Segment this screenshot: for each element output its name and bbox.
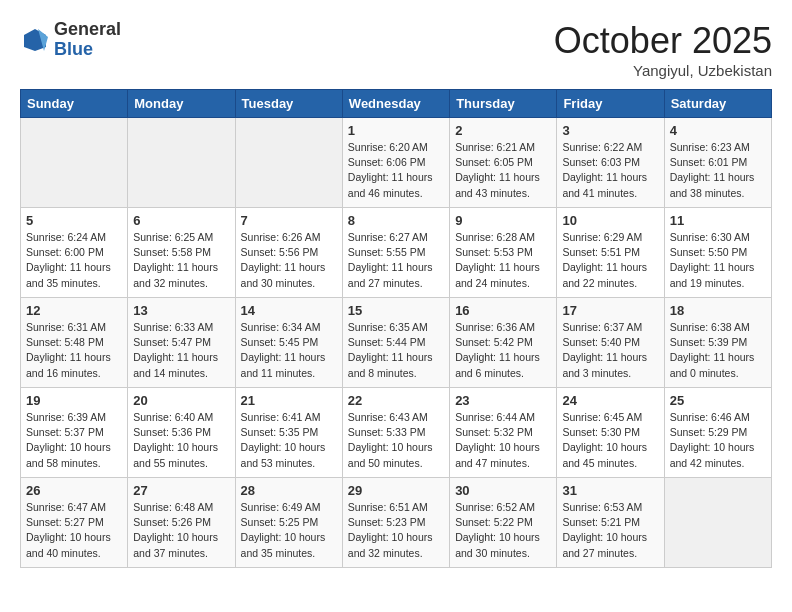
day-info: Sunrise: 6:39 AM Sunset: 5:37 PM Dayligh… [26,410,122,471]
logo-icon [20,25,50,55]
calendar-cell: 17Sunrise: 6:37 AM Sunset: 5:40 PM Dayli… [557,298,664,388]
calendar-cell [21,118,128,208]
calendar-cell: 27Sunrise: 6:48 AM Sunset: 5:26 PM Dayli… [128,478,235,568]
calendar-cell: 23Sunrise: 6:44 AM Sunset: 5:32 PM Dayli… [450,388,557,478]
calendar-cell: 1Sunrise: 6:20 AM Sunset: 6:06 PM Daylig… [342,118,449,208]
day-info: Sunrise: 6:51 AM Sunset: 5:23 PM Dayligh… [348,500,444,561]
weekday-header: Tuesday [235,90,342,118]
calendar-cell: 4Sunrise: 6:23 AM Sunset: 6:01 PM Daylig… [664,118,771,208]
day-number: 10 [562,213,658,228]
day-info: Sunrise: 6:46 AM Sunset: 5:29 PM Dayligh… [670,410,766,471]
title-area: October 2025 Yangiyul, Uzbekistan [554,20,772,79]
calendar-cell: 25Sunrise: 6:46 AM Sunset: 5:29 PM Dayli… [664,388,771,478]
day-number: 7 [241,213,337,228]
calendar-cell: 14Sunrise: 6:34 AM Sunset: 5:45 PM Dayli… [235,298,342,388]
calendar-table: SundayMondayTuesdayWednesdayThursdayFrid… [20,89,772,568]
day-number: 28 [241,483,337,498]
day-info: Sunrise: 6:35 AM Sunset: 5:44 PM Dayligh… [348,320,444,381]
calendar-week-row: 5Sunrise: 6:24 AM Sunset: 6:00 PM Daylig… [21,208,772,298]
day-number: 18 [670,303,766,318]
day-number: 14 [241,303,337,318]
calendar-cell: 24Sunrise: 6:45 AM Sunset: 5:30 PM Dayli… [557,388,664,478]
weekday-header: Wednesday [342,90,449,118]
day-number: 3 [562,123,658,138]
calendar-week-row: 12Sunrise: 6:31 AM Sunset: 5:48 PM Dayli… [21,298,772,388]
day-info: Sunrise: 6:26 AM Sunset: 5:56 PM Dayligh… [241,230,337,291]
calendar-cell: 28Sunrise: 6:49 AM Sunset: 5:25 PM Dayli… [235,478,342,568]
day-number: 15 [348,303,444,318]
weekday-header-row: SundayMondayTuesdayWednesdayThursdayFrid… [21,90,772,118]
day-number: 2 [455,123,551,138]
location: Yangiyul, Uzbekistan [554,62,772,79]
day-info: Sunrise: 6:40 AM Sunset: 5:36 PM Dayligh… [133,410,229,471]
weekday-header: Monday [128,90,235,118]
day-info: Sunrise: 6:45 AM Sunset: 5:30 PM Dayligh… [562,410,658,471]
calendar-cell: 7Sunrise: 6:26 AM Sunset: 5:56 PM Daylig… [235,208,342,298]
calendar-cell: 21Sunrise: 6:41 AM Sunset: 5:35 PM Dayli… [235,388,342,478]
calendar-cell: 15Sunrise: 6:35 AM Sunset: 5:44 PM Dayli… [342,298,449,388]
day-info: Sunrise: 6:47 AM Sunset: 5:27 PM Dayligh… [26,500,122,561]
day-info: Sunrise: 6:28 AM Sunset: 5:53 PM Dayligh… [455,230,551,291]
day-number: 27 [133,483,229,498]
day-info: Sunrise: 6:49 AM Sunset: 5:25 PM Dayligh… [241,500,337,561]
calendar-cell: 19Sunrise: 6:39 AM Sunset: 5:37 PM Dayli… [21,388,128,478]
calendar-cell: 20Sunrise: 6:40 AM Sunset: 5:36 PM Dayli… [128,388,235,478]
day-info: Sunrise: 6:27 AM Sunset: 5:55 PM Dayligh… [348,230,444,291]
day-number: 16 [455,303,551,318]
day-info: Sunrise: 6:22 AM Sunset: 6:03 PM Dayligh… [562,140,658,201]
calendar-cell [664,478,771,568]
day-info: Sunrise: 6:52 AM Sunset: 5:22 PM Dayligh… [455,500,551,561]
calendar-cell: 29Sunrise: 6:51 AM Sunset: 5:23 PM Dayli… [342,478,449,568]
day-info: Sunrise: 6:43 AM Sunset: 5:33 PM Dayligh… [348,410,444,471]
day-info: Sunrise: 6:33 AM Sunset: 5:47 PM Dayligh… [133,320,229,381]
calendar-cell: 3Sunrise: 6:22 AM Sunset: 6:03 PM Daylig… [557,118,664,208]
day-number: 1 [348,123,444,138]
day-number: 6 [133,213,229,228]
day-info: Sunrise: 6:30 AM Sunset: 5:50 PM Dayligh… [670,230,766,291]
calendar-cell: 13Sunrise: 6:33 AM Sunset: 5:47 PM Dayli… [128,298,235,388]
calendar-cell: 31Sunrise: 6:53 AM Sunset: 5:21 PM Dayli… [557,478,664,568]
weekday-header: Saturday [664,90,771,118]
calendar-cell: 11Sunrise: 6:30 AM Sunset: 5:50 PM Dayli… [664,208,771,298]
day-number: 21 [241,393,337,408]
calendar-cell: 6Sunrise: 6:25 AM Sunset: 5:58 PM Daylig… [128,208,235,298]
calendar-cell: 9Sunrise: 6:28 AM Sunset: 5:53 PM Daylig… [450,208,557,298]
day-info: Sunrise: 6:37 AM Sunset: 5:40 PM Dayligh… [562,320,658,381]
calendar-cell: 22Sunrise: 6:43 AM Sunset: 5:33 PM Dayli… [342,388,449,478]
day-number: 17 [562,303,658,318]
day-info: Sunrise: 6:24 AM Sunset: 6:00 PM Dayligh… [26,230,122,291]
day-info: Sunrise: 6:31 AM Sunset: 5:48 PM Dayligh… [26,320,122,381]
day-number: 29 [348,483,444,498]
logo-general-text: General [54,20,121,40]
calendar-cell: 18Sunrise: 6:38 AM Sunset: 5:39 PM Dayli… [664,298,771,388]
day-number: 22 [348,393,444,408]
calendar-cell: 26Sunrise: 6:47 AM Sunset: 5:27 PM Dayli… [21,478,128,568]
day-info: Sunrise: 6:20 AM Sunset: 6:06 PM Dayligh… [348,140,444,201]
day-number: 24 [562,393,658,408]
calendar-cell: 16Sunrise: 6:36 AM Sunset: 5:42 PM Dayli… [450,298,557,388]
day-info: Sunrise: 6:25 AM Sunset: 5:58 PM Dayligh… [133,230,229,291]
day-info: Sunrise: 6:48 AM Sunset: 5:26 PM Dayligh… [133,500,229,561]
day-info: Sunrise: 6:21 AM Sunset: 6:05 PM Dayligh… [455,140,551,201]
day-number: 12 [26,303,122,318]
page-header: General Blue October 2025 Yangiyul, Uzbe… [20,20,772,79]
day-number: 13 [133,303,229,318]
calendar-week-row: 19Sunrise: 6:39 AM Sunset: 5:37 PM Dayli… [21,388,772,478]
day-number: 11 [670,213,766,228]
day-number: 5 [26,213,122,228]
calendar-week-row: 26Sunrise: 6:47 AM Sunset: 5:27 PM Dayli… [21,478,772,568]
day-info: Sunrise: 6:36 AM Sunset: 5:42 PM Dayligh… [455,320,551,381]
weekday-header: Thursday [450,90,557,118]
calendar-cell [235,118,342,208]
day-number: 20 [133,393,229,408]
calendar-cell: 10Sunrise: 6:29 AM Sunset: 5:51 PM Dayli… [557,208,664,298]
day-number: 26 [26,483,122,498]
day-info: Sunrise: 6:29 AM Sunset: 5:51 PM Dayligh… [562,230,658,291]
day-number: 9 [455,213,551,228]
day-number: 25 [670,393,766,408]
calendar-cell: 2Sunrise: 6:21 AM Sunset: 6:05 PM Daylig… [450,118,557,208]
calendar-cell: 30Sunrise: 6:52 AM Sunset: 5:22 PM Dayli… [450,478,557,568]
day-number: 23 [455,393,551,408]
calendar-cell: 12Sunrise: 6:31 AM Sunset: 5:48 PM Dayli… [21,298,128,388]
logo-blue-text: Blue [54,40,121,60]
